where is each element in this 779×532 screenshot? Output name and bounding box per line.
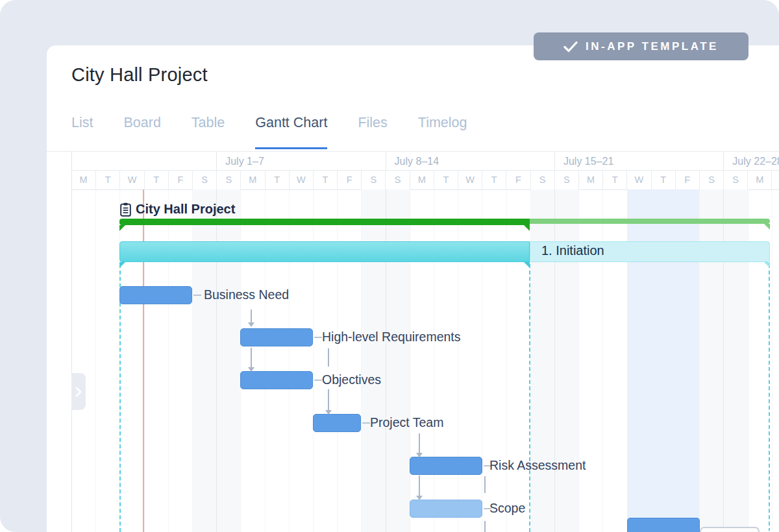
day-cell: M xyxy=(410,171,434,190)
summary-progress-remaining xyxy=(530,219,770,224)
day-column xyxy=(95,189,119,532)
day-cell: W xyxy=(626,171,650,190)
label-tick xyxy=(314,337,322,338)
project-summary-label: City Hall Project xyxy=(136,202,235,217)
day-cell: W xyxy=(119,171,143,190)
dependency-line xyxy=(251,348,252,367)
dependency-line xyxy=(419,433,420,453)
task-bar-scope[interactable] xyxy=(410,500,482,518)
day-cell: F xyxy=(675,171,699,190)
day-cell: T xyxy=(651,171,675,190)
tab-table[interactable]: Table xyxy=(192,115,225,149)
label-tick xyxy=(314,380,322,381)
week-cell: July 15–21 xyxy=(554,152,723,171)
task-bar-business-need[interactable] xyxy=(119,286,192,304)
day-cell: T xyxy=(771,171,779,190)
dependency-line xyxy=(484,476,486,493)
day-cell: M xyxy=(747,171,771,190)
week-cell: July 1–7 xyxy=(216,152,385,171)
tab-list[interactable]: List xyxy=(71,115,93,149)
task-bar-risk-assessment[interactable] xyxy=(410,457,482,475)
phase-end-guide xyxy=(769,264,770,532)
day-cell: T xyxy=(95,171,119,190)
label-tick xyxy=(362,422,370,424)
task-bar-objectives[interactable] xyxy=(240,371,313,389)
day-cell: W xyxy=(458,171,482,190)
tab-timelog[interactable]: Timelog xyxy=(418,115,467,149)
phase-label: 1. Initiation xyxy=(541,243,604,258)
week-cell: July 8–14 xyxy=(386,152,554,171)
project-summary-bar[interactable] xyxy=(119,219,770,225)
ghost-bar-outline xyxy=(700,527,760,532)
day-cell: F xyxy=(337,171,361,190)
tab-gantt-chart[interactable]: Gantt Chart xyxy=(255,115,327,149)
task-bar-high-level-requirements[interactable] xyxy=(240,328,313,346)
phase-progress-done xyxy=(119,241,530,262)
dependency-line xyxy=(419,476,420,496)
day-cell: T xyxy=(434,171,458,190)
task-label: Scope xyxy=(489,501,525,516)
dependency-line xyxy=(328,389,329,410)
day-cell: T xyxy=(313,171,337,190)
day-cell: T xyxy=(482,171,506,190)
day-cell: M xyxy=(578,171,602,190)
week-cell: July 22–28 xyxy=(723,152,779,171)
day-cell: S xyxy=(192,171,216,190)
phase-bar-initiation[interactable]: 1. Initiation xyxy=(119,241,770,262)
task-label: Risk Assessment xyxy=(489,458,586,473)
day-cell: T xyxy=(144,171,168,190)
task-bar-partial[interactable] xyxy=(627,518,700,532)
day-cell: W xyxy=(289,171,313,190)
task-label: Objectives xyxy=(322,372,381,387)
day-cell: S xyxy=(530,171,554,190)
chevron-right-icon xyxy=(75,387,82,397)
day-cell: S xyxy=(699,171,723,190)
task-label: Business Need xyxy=(204,287,289,302)
day-cell: F xyxy=(168,171,192,190)
timeline-day-row: MTWTFSSMTWTFSSMTWTFSSMTWTFSSMT xyxy=(71,171,779,190)
week-cell xyxy=(71,152,216,171)
tab-bar: List Board Table Gantt Chart Files Timel… xyxy=(71,115,467,149)
day-cell: S xyxy=(723,171,747,190)
summary-progress-done xyxy=(119,219,530,225)
phase-progress-guide xyxy=(529,264,530,532)
phase-start-guide xyxy=(119,264,121,532)
in-app-template-badge: IN-APP TEMPLATE xyxy=(534,32,748,60)
day-cell: S xyxy=(554,171,578,190)
dependency-line xyxy=(328,348,329,367)
day-cell: F xyxy=(506,171,530,190)
day-cell: S xyxy=(216,171,240,190)
dependency-line xyxy=(484,521,486,532)
day-cell: T xyxy=(265,171,289,190)
label-tick xyxy=(193,295,201,296)
expand-panel-handle[interactable] xyxy=(71,373,86,410)
day-cell: S xyxy=(361,171,385,190)
badge-label: IN-APP TEMPLATE xyxy=(586,40,719,53)
app-screen: IN-APP TEMPLATE City Hall Project List B… xyxy=(0,0,779,532)
day-cell: S xyxy=(385,171,409,190)
timeline-week-row: July 1–7 July 8–14 July 15–21 July 22–28 xyxy=(71,152,779,171)
day-column xyxy=(772,189,779,532)
day-cell: T xyxy=(602,171,626,190)
check-icon xyxy=(563,41,578,53)
day-cell: M xyxy=(71,171,95,190)
tab-files[interactable]: Files xyxy=(358,115,387,149)
day-cell: M xyxy=(240,171,264,190)
task-label: Project Team xyxy=(370,415,443,430)
task-label: High-level Requirements xyxy=(322,330,461,345)
dependency-line xyxy=(251,309,252,322)
page-title: City Hall Project xyxy=(71,64,208,86)
day-column xyxy=(71,189,95,532)
tab-board[interactable]: Board xyxy=(123,115,160,149)
clipboard-icon xyxy=(120,202,131,217)
task-bar-project-team[interactable] xyxy=(313,414,361,432)
